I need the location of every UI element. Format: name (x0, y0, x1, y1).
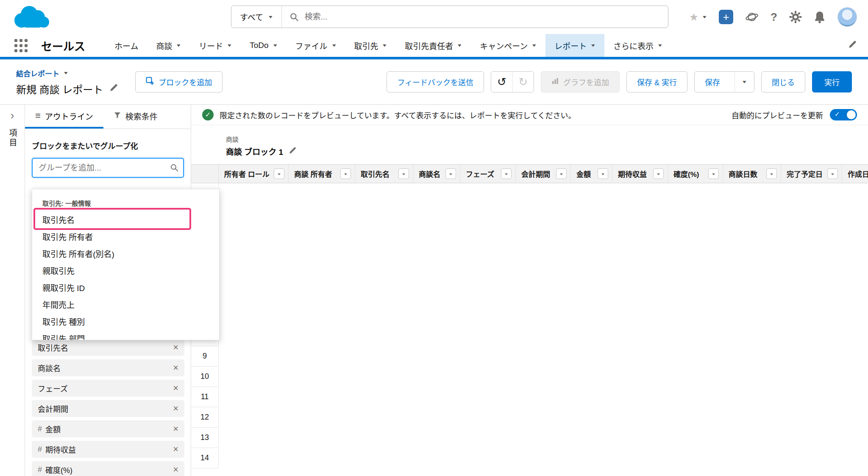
preview-table-row: 12 (191, 407, 868, 428)
tab-more[interactable]: さらに表示▼ (604, 34, 671, 57)
column-header-created-date[interactable]: 作成日 ▼ (842, 165, 868, 183)
column-pill-fiscal-period[interactable]: 会計期間 × (32, 400, 184, 417)
remove-column-icon[interactable]: × (173, 363, 178, 372)
remove-column-icon[interactable]: × (173, 465, 178, 474)
save-dropdown-button[interactable]: ▼ (734, 72, 754, 92)
column-header-owner-role[interactable]: 所有者 ロール ▼ (219, 165, 289, 183)
chevron-down-icon[interactable]: ▼ (331, 43, 337, 48)
setup-button[interactable] (789, 11, 802, 23)
column-header-opportunity-owner[interactable]: 商談 所有者 ▼ (289, 165, 355, 183)
field-option-account-name[interactable]: 取引先名 (32, 211, 219, 228)
search-scope-selector[interactable]: すべて ▼ (231, 6, 282, 28)
tab-filters[interactable]: 検索条件 (103, 105, 168, 129)
run-button[interactable]: 実行 (812, 71, 852, 92)
help-button[interactable]: ? (771, 11, 777, 24)
tab-files[interactable]: ファイル▼ (287, 34, 345, 57)
remove-column-icon[interactable]: × (173, 384, 178, 393)
feedback-button[interactable]: フィードバックを送信 (387, 71, 484, 92)
global-search-input[interactable] (305, 12, 660, 22)
column-header-stage[interactable]: フェーズ ▼ (460, 165, 516, 183)
edit-nav-button[interactable] (848, 40, 857, 51)
column-menu-button[interactable]: ▼ (653, 168, 664, 179)
field-option-account-division[interactable]: 取引先 部門 (32, 330, 219, 340)
column-pill-amount[interactable]: # 金額 × (32, 420, 184, 437)
edit-title-button[interactable] (109, 83, 118, 94)
tab-outline[interactable]: ≡ アウトライン (25, 105, 103, 129)
column-menu-button[interactable]: ▼ (340, 168, 351, 179)
remove-column-icon[interactable]: × (173, 404, 178, 413)
column-header-close-date[interactable]: 完了予定日 ▼ (781, 165, 842, 183)
chevron-down-icon[interactable]: ▼ (382, 43, 388, 48)
column-menu-button[interactable]: ▼ (708, 168, 719, 179)
column-header-probability[interactable]: 確度(%) ▼ (668, 165, 723, 183)
save-and-run-button[interactable]: 保存 & 実行 (626, 71, 687, 92)
chevron-down-icon[interactable]: ▼ (531, 43, 537, 48)
chevron-down-icon[interactable]: ▼ (702, 15, 708, 19)
columns-list: 取引先名 × 商談名 × フェーズ × 会計期間 × (32, 339, 184, 476)
add-group-input[interactable] (32, 158, 184, 178)
column-header-fiscal-period[interactable]: 会計期間 ▼ (516, 165, 571, 183)
column-pill-opportunity-name[interactable]: 商談名 × (32, 359, 184, 376)
workspace: › 項目 ≡ アウトライン 検索条件 ブロックをまたいでグループ化 (0, 105, 868, 476)
column-header-age[interactable]: 商談日数 ▼ (723, 165, 781, 183)
field-option-account-owner[interactable]: 取引先 所有者 (32, 228, 219, 245)
column-pill-expected-revenue[interactable]: # 期待収益 × (32, 441, 184, 458)
chevron-down-icon[interactable]: ▼ (657, 43, 663, 48)
column-menu-button[interactable]: ▼ (598, 168, 608, 179)
expand-fields-panel-button[interactable]: › (11, 110, 14, 121)
column-menu-button[interactable]: ▼ (766, 168, 777, 179)
column-menu-button[interactable]: ▼ (274, 168, 284, 179)
favorites-button[interactable]: ★ ▼ (689, 12, 707, 22)
tab-campaigns[interactable]: キャンペーン▼ (471, 34, 545, 57)
column-pill-account-name[interactable]: 取引先名 × (32, 339, 184, 356)
add-block-button[interactable]: ブロックを追加 (135, 71, 223, 92)
field-option-parent-account[interactable]: 親取引先 (32, 262, 219, 279)
block-title: 商談 ブロック 1 (226, 146, 283, 157)
undo-button[interactable]: ↺ (491, 72, 512, 92)
tab-contacts[interactable]: 取引先責任者▼ (396, 34, 471, 57)
tab-accounts[interactable]: 取引先▼ (345, 34, 396, 57)
column-menu-button[interactable]: ▼ (501, 168, 512, 179)
chevron-down-icon[interactable]: ▼ (272, 43, 278, 48)
chevron-down-icon[interactable]: ▼ (590, 43, 596, 48)
field-option-annual-revenue[interactable]: 年間売上 (32, 296, 219, 313)
global-actions-button[interactable]: + (719, 10, 733, 24)
column-pill-stage[interactable]: フェーズ × (32, 380, 184, 397)
save-button[interactable]: 保存 (695, 72, 730, 92)
notifications-button[interactable] (814, 11, 826, 23)
tab-reports[interactable]: レポート▼ (545, 34, 604, 57)
orbit-button[interactable] (745, 10, 759, 24)
report-type-selector[interactable]: 結合レポート ▼ (16, 68, 118, 78)
field-option-account-owner-alias[interactable]: 取引先 所有者(別名) (32, 245, 219, 262)
edit-block-title-button[interactable] (288, 146, 297, 157)
column-menu-button[interactable]: ▼ (556, 168, 567, 179)
column-pill-probability[interactable]: # 確度(%) × (32, 461, 184, 476)
remove-column-icon[interactable]: × (173, 445, 178, 454)
tab-opportunities[interactable]: 商談▼ (147, 34, 190, 57)
field-option-account-type[interactable]: 取引先 種別 (32, 313, 219, 330)
column-menu-button[interactable]: ▼ (445, 168, 456, 179)
report-actions: フィードバックを送信 ↺ ↻ グラフを追加 保存 & 実行 保存 ▼ 閉じる 実… (387, 71, 852, 92)
tab-home[interactable]: ホーム (106, 34, 147, 57)
tab-leads[interactable]: リード▼ (190, 34, 241, 57)
chevron-down-icon[interactable]: ▼ (176, 43, 182, 48)
add-chart-button[interactable]: グラフを追加 (541, 71, 620, 92)
auto-preview-toggle[interactable]: ✓ (830, 109, 857, 120)
column-header-account-name[interactable]: 取引先名 ▼ (355, 165, 413, 183)
remove-column-icon[interactable]: × (173, 343, 178, 352)
column-menu-button[interactable]: ▼ (398, 168, 409, 179)
remove-column-icon[interactable]: × (173, 424, 178, 434)
close-button[interactable]: 閉じる (761, 71, 805, 92)
column-header-expected-revenue[interactable]: 期待収益 ▼ (612, 165, 668, 183)
field-option-parent-account-id[interactable]: 親取引先 ID (32, 279, 219, 296)
column-header-amount[interactable]: 金額 ▼ (571, 165, 612, 183)
user-avatar[interactable] (837, 7, 857, 27)
outline-icon: ≡ (35, 111, 41, 120)
chevron-down-icon[interactable]: ▼ (457, 43, 463, 48)
tab-todo[interactable]: ToDo▼ (241, 34, 286, 57)
column-header-opportunity-name[interactable]: 商談名 ▼ (413, 165, 460, 183)
column-menu-button[interactable]: ▼ (827, 168, 838, 179)
chevron-down-icon[interactable]: ▼ (227, 43, 233, 48)
redo-button[interactable]: ↻ (512, 72, 534, 92)
app-launcher-button[interactable] (14, 39, 28, 52)
